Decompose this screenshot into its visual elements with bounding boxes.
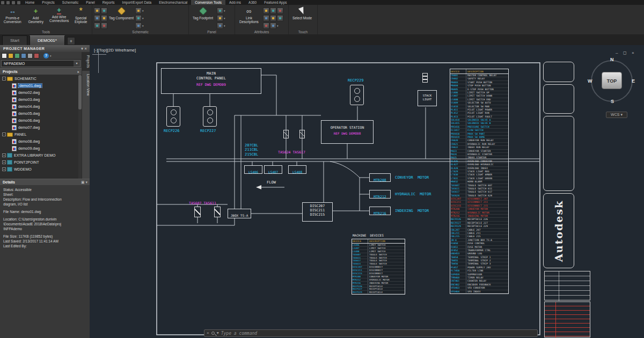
side-tab-location-view[interactable]: Location View	[82, 71, 90, 99]
promis-e-conversion-button[interactable]: ↔ Promis-e Conversion	[2, 6, 23, 24]
plot-publish-icon[interactable]	[27, 53, 33, 58]
ribbon-tab[interactable]: Reports	[99, 0, 119, 5]
add-wire-connections-button[interactable]: + Add Wire Connections	[48, 6, 70, 23]
tree-item-project[interactable]: +EXTRA LIBRARY DEMO	[0, 152, 78, 159]
tree-item-drawing[interactable]: demo09.dwg	[0, 145, 78, 152]
schematic-mini-icon[interactable]	[135, 15, 142, 21]
panel-mini-icon[interactable]	[217, 15, 223, 21]
qat-icon[interactable]	[17, 1, 20, 4]
tag-footprint-button[interactable]: Tag Footprint	[191, 6, 215, 20]
dropdown-arrow-icon[interactable]: ▾	[224, 24, 225, 27]
schematic-mini-icon[interactable]	[94, 15, 100, 21]
link-descriptions-button[interactable]: ∞ Link Descriptions	[237, 6, 261, 24]
ribbon-tab[interactable]: Panel	[82, 0, 99, 5]
tree-item-project[interactable]: +WDDEMO	[0, 166, 78, 173]
dropdown-arrow-icon[interactable]: ▾	[277, 24, 279, 27]
refresh-icon[interactable]	[14, 53, 20, 58]
add-geometry-button[interactable]: + Add Geometry	[25, 6, 46, 24]
tree-item-drawing[interactable]: demo07.dwg	[0, 124, 78, 131]
ribbon-tab[interactable]: Projects	[38, 0, 58, 5]
viewcube-south[interactable]: S	[611, 99, 614, 104]
open-project-icon[interactable]	[8, 53, 13, 58]
viewcube-east[interactable]: E	[632, 78, 635, 84]
tree-expander-icon[interactable]: −	[2, 133, 6, 136]
viewcube-north[interactable]: N	[610, 57, 614, 62]
dropdown-arrow-icon[interactable]: ▾	[224, 17, 225, 20]
tree-item-drawing[interactable]: demo03.dwg	[0, 96, 78, 103]
file-tab-demo01[interactable]: DEMO01*	[30, 35, 65, 45]
viewcube[interactable]: N W E S TOP	[589, 58, 635, 104]
tree-item-drawing[interactable]: demo08.dwg	[0, 138, 78, 145]
select-mode-button[interactable]: Select Mode	[290, 6, 314, 20]
dropdown-arrow-icon[interactable]: ▾	[142, 17, 144, 20]
autodesk-vertical-text: Autodesk	[544, 194, 574, 268]
command-close-icon[interactable]: ×	[207, 330, 209, 336]
project-combo[interactable]: NFPADEMO ▾	[1, 60, 80, 67]
tree-item-drawing[interactable]: demo02.dwg	[0, 89, 78, 96]
schematic-mini-icon[interactable]	[101, 15, 107, 21]
tree-item-folder[interactable]: −PANEL	[0, 131, 78, 138]
new-tab-button[interactable]: +	[67, 37, 75, 45]
ribbon-tab[interactable]: Home	[21, 0, 38, 5]
dropdown-arrow-icon[interactable]: ▾	[142, 24, 144, 27]
ribbon-tab[interactable]: Conversion Tools	[191, 0, 225, 5]
drawing-canvas[interactable]: [-][Top][2D Wireframe] – ◻ ×	[90, 45, 644, 338]
palette-menu-icon[interactable]: ▾ ×	[81, 45, 87, 52]
tree-expander-icon[interactable]: +	[2, 167, 6, 171]
attribute-mini-icon[interactable]	[270, 15, 276, 21]
schematic-mini-icon[interactable]	[101, 8, 107, 14]
wcs-button[interactable]: WCS ▾	[606, 112, 627, 118]
new-drawing-icon[interactable]	[2, 53, 7, 58]
side-tab-projects[interactable]: Projects	[82, 52, 90, 71]
disc-label: DISC207	[303, 204, 332, 208]
ribbon-tab[interactable]: A360	[245, 0, 260, 5]
qat-icon[interactable]	[6, 1, 10, 4]
tree-item-drawing[interactable]: demo05.dwg	[0, 110, 78, 117]
attribute-mini-icon[interactable]	[270, 8, 276, 14]
task-list-icon[interactable]	[34, 53, 39, 58]
dropdown-arrow-icon[interactable]: ▾	[224, 9, 225, 12]
qat-icon[interactable]	[12, 1, 15, 4]
command-line-bar[interactable]: × ▾	[204, 329, 538, 337]
ribbon-tab[interactable]: Electromechanical	[155, 0, 191, 5]
command-input[interactable]	[221, 331, 535, 336]
tree-item-drawing[interactable]: demo01.dwg	[0, 82, 78, 89]
schematic-mini-icon[interactable]	[101, 23, 107, 29]
command-search-icon[interactable]	[211, 332, 215, 335]
tree-item-project[interactable]: +POINT2POINT	[0, 159, 78, 166]
attribute-mini-icon[interactable]	[277, 15, 283, 21]
ribbon-tab[interactable]: Import/Export Data	[119, 0, 156, 5]
attribute-mini-icon[interactable]	[263, 15, 269, 21]
qat-icon[interactable]	[1, 1, 4, 4]
viewcube-west[interactable]: W	[588, 78, 592, 84]
tag-component-button[interactable]: Tag Component	[109, 6, 134, 20]
ribbon-tab[interactable]: Schematic	[58, 0, 82, 5]
attribute-mini-icon[interactable]	[263, 8, 269, 14]
ribbon-tab[interactable]: Add-ins	[225, 0, 245, 5]
panel-mini-icon[interactable]	[217, 8, 223, 14]
tree-item-drawing[interactable]: demo06.dwg	[0, 117, 78, 124]
schematic-mini-icon[interactable]	[94, 23, 100, 29]
tree-expander-icon[interactable]: +	[2, 153, 6, 157]
help-icon[interactable]: ?	[43, 53, 49, 58]
combo-arrow-icon[interactable]: ▾	[74, 61, 80, 67]
panel-mini-icon[interactable]	[217, 23, 223, 29]
project-settings-icon[interactable]	[21, 53, 26, 58]
viewcube-top-face[interactable]: TOP	[602, 72, 622, 89]
schematic-mini-icon[interactable]	[135, 23, 142, 29]
command-customize-icon[interactable]: ▾	[217, 330, 219, 336]
schematic-mini-icon[interactable]	[135, 8, 142, 14]
tree-item-drawing[interactable]: demo04.dwg	[0, 103, 78, 110]
attribute-mini-icon[interactable]	[270, 23, 276, 29]
schematic-mini-icon[interactable]	[94, 8, 100, 14]
tree-expander-icon[interactable]: +	[2, 160, 6, 164]
dropdown-arrow-icon[interactable]: ▾	[50, 54, 52, 57]
file-tab-start[interactable]: Start	[2, 35, 27, 45]
attribute-mini-icon[interactable]	[277, 8, 283, 14]
ribbon-tab[interactable]: Featured Apps	[260, 0, 290, 5]
attribute-mini-icon[interactable]	[263, 23, 269, 29]
tree-item-folder[interactable]: −SCHEMATIC	[0, 75, 78, 82]
special-explode-button[interactable]: * Special Explode	[71, 6, 90, 24]
tree-expander-icon[interactable]: −	[2, 77, 6, 80]
dropdown-arrow-icon[interactable]: ▾	[142, 9, 144, 12]
